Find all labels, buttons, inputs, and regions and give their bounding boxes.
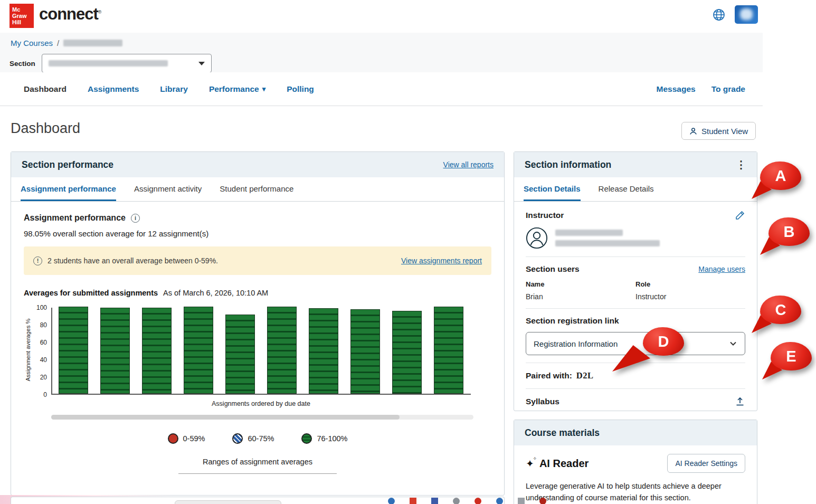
ai-reader-description: Leverage generative AI to help students … — [526, 480, 745, 504]
nav-item-polling[interactable]: Polling — [287, 84, 314, 94]
table-row: BrianInstructor — [526, 288, 745, 301]
y-tick-label: 40 — [40, 356, 47, 364]
alert-text: 2 students have an overall average betwe… — [48, 256, 218, 265]
annotation-letter: C — [775, 301, 786, 319]
annotation-body: C — [760, 296, 801, 324]
mcgraw-hill-logo[interactable]: Mc Graw Hill — [10, 4, 34, 28]
tab-section-details[interactable]: Section Details — [524, 177, 581, 201]
y-tick-label: 60 — [40, 339, 47, 346]
breadcrumb-my-courses[interactable]: My Courses — [11, 39, 53, 47]
section-performance-header: Section performance View all reports — [11, 152, 504, 177]
course-materials-header: Course materials — [514, 420, 757, 445]
nav-item-label: Performance — [209, 84, 259, 94]
globe-icon[interactable] — [713, 8, 725, 21]
redacted-instructor-info — [555, 240, 660, 246]
bar — [309, 308, 338, 394]
legend-label: 0-59% — [183, 434, 205, 443]
annotation-balloon-d: D — [643, 327, 684, 356]
connect-wordmark: connect® — [39, 5, 101, 24]
tab-release-details[interactable]: Release Details — [599, 177, 654, 201]
tab-assignment-performance[interactable]: Assignment performance — [21, 177, 116, 201]
top-bar: Mc Graw Hill connect® — [0, 0, 763, 33]
legend-swatch-diagonal-stripes — [232, 433, 243, 444]
paired-with-label: Paired with: — [526, 371, 572, 381]
d2l-logo: D2L — [576, 370, 594, 381]
x-axis-label: Assignments ordered by due date — [51, 400, 471, 407]
redacted-section-name — [49, 60, 168, 66]
redacted-course-name — [63, 40, 122, 46]
users-table-body: BrianInstructor — [526, 288, 745, 301]
divider — [526, 388, 745, 389]
user-avatar[interactable] — [735, 5, 758, 24]
student-view-button[interactable]: Student View — [681, 122, 756, 140]
bar — [267, 307, 297, 394]
y-axis: 020406080100 — [33, 308, 51, 395]
kebab-menu-icon[interactable]: ⋮ — [736, 159, 746, 170]
section-info-tabs: Section DetailsRelease Details — [514, 177, 757, 202]
tab-assignment-activity[interactable]: Assignment activity — [134, 177, 202, 201]
nav-item-label: Dashboard — [24, 84, 67, 94]
y-tick-label: 80 — [40, 321, 47, 329]
logo-line: Graw — [12, 13, 34, 19]
bar — [225, 315, 255, 394]
nav-item-library[interactable]: Library — [160, 84, 188, 94]
nav-link-messages[interactable]: Messages — [657, 84, 696, 94]
dropdown-caret-icon — [198, 62, 205, 65]
view-all-reports-link[interactable]: View all reports — [443, 160, 494, 169]
users-column-header: Name — [526, 280, 635, 288]
annotation-body: B — [768, 217, 810, 246]
section-label: Section — [10, 60, 35, 68]
y-tick-label: 100 — [36, 304, 47, 311]
legend-item: 0-59% — [168, 433, 205, 444]
divider — [526, 256, 745, 257]
bottom-partial-icons — [388, 498, 546, 504]
annotation-body: E — [771, 342, 812, 370]
legend-caption: Ranges of assignment averages — [24, 458, 491, 466]
partial-icon — [388, 498, 395, 504]
upload-syllabus-icon[interactable] — [735, 396, 745, 407]
alert-icon: ! — [33, 256, 42, 265]
annotation-body: D — [643, 327, 684, 356]
ai-reader-title: AI Reader — [539, 458, 589, 470]
annotation-body: A — [760, 161, 801, 190]
instructor-label: Instructor — [526, 211, 564, 220]
instructor-row — [526, 227, 745, 249]
instructor-details — [555, 230, 660, 246]
low-average-alert: ! 2 students have an overall average bet… — [24, 246, 491, 275]
manage-users-link[interactable]: Manage users — [698, 265, 745, 273]
tab-student-performance[interactable]: Student performance — [220, 177, 293, 201]
nav-link-to-grade[interactable]: To grade — [711, 84, 745, 94]
legend-label: 60-75% — [248, 434, 274, 443]
y-axis-label: Assignment averages % — [24, 308, 33, 395]
chart-legend: 0-59%60-75%76-100% — [24, 433, 491, 444]
partial-icon — [453, 498, 460, 504]
section-dropdown[interactable] — [42, 54, 212, 73]
edit-instructor-icon[interactable] — [735, 210, 745, 221]
performance-body: Assignment performance i 98.05% overall … — [11, 202, 504, 486]
bar — [142, 308, 172, 394]
legend-item: 60-75% — [232, 433, 274, 444]
nav-item-performance[interactable]: Performance▾ — [209, 84, 265, 94]
y-tick-label: 20 — [40, 374, 47, 381]
info-icon[interactable]: i — [131, 214, 140, 223]
performance-tabs: Assignment performanceAssignment activit… — [11, 177, 504, 202]
chart-scrollbar[interactable] — [51, 415, 473, 420]
logo-line: Hill — [12, 19, 34, 25]
chart-scrollbar-thumb[interactable] — [51, 415, 400, 420]
nav-item-label: Library — [160, 84, 188, 94]
divider — [526, 308, 745, 309]
avatar-blur — [740, 8, 753, 20]
course-context-band: My Courses / Section — [0, 33, 763, 72]
app-root: Mc Graw Hill connect® My Courses / Secti… — [0, 0, 816, 504]
section-info-body: Instructor Section users Manage users — [514, 202, 757, 415]
chart-title: Averages for submitted assignments — [24, 289, 158, 297]
page-title: Dashboard — [11, 120, 80, 137]
nav-item-dashboard[interactable]: Dashboard — [24, 84, 67, 94]
nav-item-label: Polling — [287, 84, 314, 94]
y-tick-label: 0 — [43, 391, 47, 398]
nav-item-assignments[interactable]: Assignments — [88, 84, 139, 94]
chevron-down-icon — [729, 339, 737, 348]
ai-reader-settings-button[interactable]: AI Reader Settings — [667, 454, 745, 473]
view-assignments-report-link[interactable]: View assignments report — [401, 256, 482, 265]
course-materials-body: ✦✧ AI Reader AI Reader Settings Leverage… — [514, 445, 757, 504]
